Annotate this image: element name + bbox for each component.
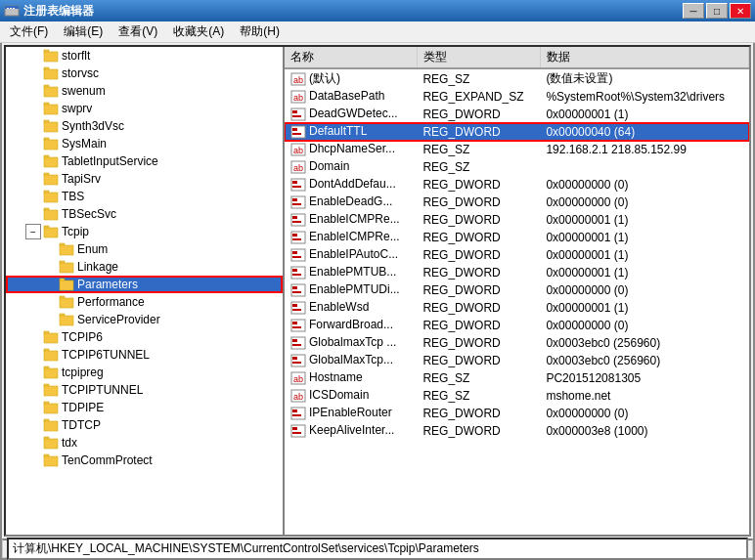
tree-item-TCPIPTUNNEL[interactable]: TCPIPTUNNEL (6, 381, 283, 399)
reg-dword-icon (290, 335, 306, 351)
svg-rect-3 (10, 8, 12, 9)
table-row[interactable]: GlobalmaxTcp ...REG_DWORD0x0003ebc0 (256… (285, 334, 749, 352)
cell-name-text: ForwardBroad... (309, 318, 393, 331)
tree-item-swprv[interactable]: swprv (6, 100, 283, 117)
table-row[interactable]: EnableIPAutoC...REG_DWORD0x00000001 (1) (285, 246, 749, 264)
cell-data: 0x000003e8 (1000) (540, 422, 748, 440)
svg-rect-67 (291, 179, 305, 191)
table-row[interactable]: abHostnameREG_SZPC201512081305 (285, 369, 749, 387)
menu-file[interactable]: 文件(F) (2, 22, 56, 42)
table-row[interactable]: ab(默认)REG_SZ(数值未设置) (285, 68, 749, 88)
table-row[interactable]: abDhcpNameSer...REG_SZ192.168.2.1 218.85… (285, 141, 749, 158)
tree-item-TBSecSvc[interactable]: TBSecSvc (6, 205, 283, 223)
cell-type: REG_SZ (417, 158, 540, 176)
cell-name-text: EnableICMPRe... (309, 212, 400, 226)
reg-dword-icon (290, 423, 306, 439)
table-row[interactable]: GlobalMaxTcp...REG_DWORD0x0003ebc0 (2569… (285, 352, 749, 369)
menu-help[interactable]: 帮助(H) (232, 22, 288, 42)
svg-rect-30 (60, 263, 73, 273)
cell-data: 0x00000001 (1) (540, 229, 748, 246)
cell-type: REG_DWORD (417, 229, 540, 246)
values-panel[interactable]: 名称类型数据 ab(默认)REG_SZ(数值未设置)abDataBasePath… (285, 47, 749, 535)
tree-item-TDPIPE[interactable]: TDPIPE (6, 399, 283, 416)
table-row[interactable]: EnableWsdREG_DWORD0x00000001 (1) (285, 299, 749, 317)
tree-item-TDTCP[interactable]: TDTCP (6, 416, 283, 434)
svg-rect-94 (291, 337, 305, 349)
cell-type: REG_DWORD (417, 281, 540, 299)
table-row[interactable]: DeadGWDetec...REG_DWORD0x00000001 (1) (285, 106, 749, 123)
tree-item-Synth3dVsc[interactable]: Synth3dVsc (6, 117, 283, 135)
tree-item-Parameters[interactable]: Parameters (6, 276, 283, 293)
reg-sz-icon: ab (290, 89, 306, 105)
cell-data: mshome.net (540, 387, 748, 405)
menu-edit[interactable]: 编辑(E) (56, 22, 111, 42)
cell-name-text: GlobalMaxTcp... (309, 353, 393, 366)
cell-name-text: EnableIPAutoC... (309, 247, 398, 261)
close-button[interactable]: ✕ (730, 3, 751, 19)
table-row[interactable]: EnableICMPRe...REG_DWORD0x00000001 (1) (285, 211, 749, 229)
tree-item-storflt[interactable]: storflt (6, 47, 283, 65)
tree-item-TCPIP6TUNNEL[interactable]: TCPIP6TUNNEL (6, 346, 283, 364)
table-row[interactable]: EnablePMTUB...REG_DWORD0x00000001 (1) (285, 264, 749, 281)
table-row[interactable]: EnableICMPRe...REG_DWORD0x00000001 (1) (285, 229, 749, 246)
tree-item-tcpipreg[interactable]: tcpipreg (6, 364, 283, 381)
svg-rect-87 (292, 291, 301, 293)
tree-item-storvsc[interactable]: storvsc (6, 65, 283, 82)
tree-item-Performance[interactable]: Performance (6, 293, 283, 311)
table-row[interactable]: abDomainREG_SZ (285, 158, 749, 176)
cell-data: 0x00000000 (0) (540, 194, 748, 211)
tree-item-Linkage[interactable]: Linkage (6, 258, 283, 276)
reg-dword-icon (290, 406, 306, 421)
folder-icon (59, 242, 74, 257)
minimize-button[interactable]: ─ (683, 3, 704, 19)
tree-item-label: TDPIPE (62, 401, 104, 414)
tree-item-SysMain[interactable]: SysMain (6, 135, 283, 152)
svg-rect-58 (292, 110, 297, 113)
tree-item-label: TCPIPTUNNEL (62, 383, 143, 397)
table-row[interactable]: ForwardBroad...REG_DWORD0x00000000 (0) (285, 317, 749, 334)
tree-item-Enum[interactable]: Enum (6, 240, 283, 258)
tree-expander[interactable]: − (25, 224, 41, 239)
svg-rect-8 (44, 69, 58, 79)
tree-item-ServiceProvider[interactable]: ServiceProvider (6, 311, 283, 328)
reg-dword-icon (290, 282, 306, 298)
cell-data (540, 158, 748, 176)
tree-item-TBS[interactable]: TBS (6, 188, 283, 205)
title-controls: ─ □ ✕ (683, 3, 751, 19)
folder-icon (43, 154, 59, 169)
menu-view[interactable]: 查看(V) (111, 22, 165, 42)
folder-icon (43, 225, 59, 239)
tree-item-label: Enum (77, 242, 108, 256)
cell-name: EnablePMTUB... (285, 264, 417, 281)
tree-item-TCPIP6[interactable]: TCPIP6 (6, 328, 283, 346)
tree-item-TapiSrv[interactable]: TapiSrv (6, 170, 283, 188)
tree-panel[interactable]: storfltstorvscswenumswprvSynth3dVscSysMa… (6, 47, 285, 535)
table-row[interactable]: EnablePMTUDi...REG_DWORD0x00000000 (0) (285, 281, 749, 299)
svg-rect-91 (291, 320, 305, 331)
menu-favorites[interactable]: 收藏夹(A) (165, 22, 232, 42)
tree-item-TenCommProtect[interactable]: TenCommProtect (6, 452, 283, 469)
tree-item-label: TapiSrv (62, 172, 101, 186)
folder-icon (43, 453, 59, 468)
cell-name-text: EnableWsd (309, 300, 369, 314)
table-row[interactable]: abDataBasePathREG_EXPAND_SZ%SystemRoot%\… (285, 88, 749, 106)
tree-item-label: TDTCP (62, 418, 101, 432)
svg-text:ab: ab (293, 163, 303, 173)
cell-name-text: KeepAliveInter... (309, 423, 394, 437)
maximize-button[interactable]: □ (706, 3, 728, 19)
table-row[interactable]: DontAddDefau...REG_DWORD0x00000000 (0) (285, 176, 749, 194)
svg-rect-95 (292, 339, 297, 342)
table-row[interactable]: EnableDeadG...REG_DWORD0x00000000 (0) (285, 194, 749, 211)
tree-item-label: SysMain (62, 137, 107, 151)
table-row[interactable]: DefaultTTLREG_DWORD0x00000040 (64) (285, 123, 749, 141)
tree-item-TabletInputService[interactable]: TabletInputService (6, 152, 283, 170)
cell-name-text: GlobalmaxTcp ... (309, 335, 396, 349)
table-row[interactable]: KeepAliveInter...REG_DWORD0x000003e8 (10… (285, 422, 749, 440)
tree-item-swenum[interactable]: swenum (6, 82, 283, 100)
tree-item-tdx[interactable]: tdx (6, 434, 283, 452)
svg-rect-108 (292, 427, 297, 430)
folder-icon (43, 366, 59, 380)
tree-item-Tcpip[interactable]: −Tcpip (6, 223, 283, 240)
table-row[interactable]: abICSDomainREG_SZmshome.net (285, 387, 749, 405)
table-row[interactable]: IPEnableRouterREG_DWORD0x00000000 (0) (285, 405, 749, 422)
